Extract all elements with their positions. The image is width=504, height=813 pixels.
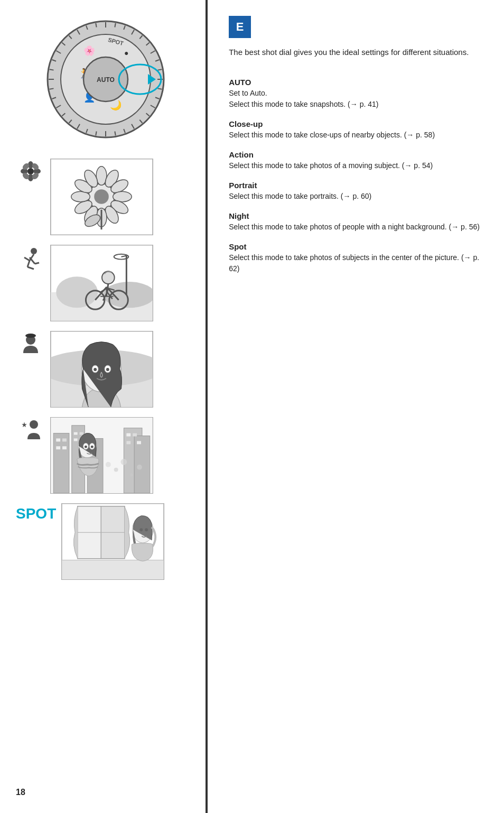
svg-rect-119 xyxy=(56,438,60,441)
spot-desc: Select this mode to take photos of subje… xyxy=(229,252,488,274)
spot-label: SPOT xyxy=(16,503,56,522)
closeup-desc: Select this mode to take close-ups of ne… xyxy=(229,130,488,141)
svg-rect-120 xyxy=(62,438,67,441)
svg-marker-111 xyxy=(22,422,27,427)
svg-point-47 xyxy=(27,168,34,174)
portrait-icon xyxy=(16,331,45,354)
svg-point-93 xyxy=(102,271,115,284)
svg-rect-125 xyxy=(74,438,78,441)
action-title: Action xyxy=(229,150,488,159)
portrait-title: Portrait xyxy=(229,181,488,190)
svg-rect-127 xyxy=(133,433,137,437)
closeup-image xyxy=(50,159,153,235)
svg-rect-121 xyxy=(56,446,60,449)
svg-line-36 xyxy=(96,23,96,27)
svg-rect-123 xyxy=(74,432,78,435)
svg-line-20 xyxy=(96,131,96,135)
svg-rect-126 xyxy=(126,433,130,437)
svg-point-149 xyxy=(140,528,143,531)
svg-line-9 xyxy=(157,69,162,70)
svg-point-138 xyxy=(85,446,87,448)
spot-mode-row: SPOT xyxy=(16,503,195,580)
svg-line-76 xyxy=(27,261,30,267)
night-image xyxy=(50,417,153,494)
closeup-mode-row xyxy=(16,159,195,235)
action-icon xyxy=(16,245,45,270)
svg-line-77 xyxy=(27,267,34,269)
night-icon xyxy=(16,417,45,440)
svg-line-2 xyxy=(115,23,115,27)
svg-point-131 xyxy=(114,468,118,472)
svg-point-108 xyxy=(94,368,97,371)
svg-line-75 xyxy=(24,257,30,261)
svg-point-109 xyxy=(106,368,109,371)
svg-line-18 xyxy=(115,131,115,135)
svg-point-133 xyxy=(130,474,133,477)
spot-title: Spot xyxy=(229,242,488,251)
svg-rect-118 xyxy=(134,436,150,493)
svg-text:🌸: 🌸 xyxy=(83,45,96,57)
svg-point-110 xyxy=(30,420,38,429)
svg-rect-128 xyxy=(126,441,130,444)
svg-rect-114 xyxy=(53,433,69,493)
mode-dial: SPOT 🌸 🏃 👤 🌙 ● AUTO xyxy=(42,16,169,143)
svg-point-134 xyxy=(137,465,142,470)
svg-point-130 xyxy=(106,462,111,467)
closeup-icon xyxy=(16,159,45,182)
svg-point-132 xyxy=(120,459,127,465)
svg-rect-146 xyxy=(62,560,164,579)
svg-line-79 xyxy=(35,263,39,264)
portrait-desc: Select this mode to take portraits. (→ p… xyxy=(229,191,488,202)
portrait-mode-row xyxy=(16,331,195,408)
svg-line-11 xyxy=(157,88,162,89)
page-number: 18 xyxy=(16,788,25,797)
spot-image xyxy=(61,503,164,580)
closeup-title: Close-up xyxy=(229,119,488,128)
svg-text:●: ● xyxy=(124,49,128,57)
svg-rect-122 xyxy=(62,446,67,449)
dial-section: SPOT 🌸 🏃 👤 🌙 ● AUTO xyxy=(16,16,195,143)
svg-point-73 xyxy=(31,248,37,254)
auto-desc: Set to Auto.Select this mode to take sna… xyxy=(229,88,488,110)
intro-text: The best shot dial gives you the ideal s… xyxy=(229,47,488,59)
portrait-image xyxy=(50,331,153,408)
svg-rect-129 xyxy=(137,441,141,444)
svg-rect-124 xyxy=(80,432,83,435)
svg-point-100 xyxy=(25,334,36,338)
svg-line-27 xyxy=(49,88,53,89)
action-mode-row xyxy=(16,245,195,321)
svg-point-139 xyxy=(91,446,94,448)
svg-point-58 xyxy=(94,189,109,204)
action-image xyxy=(50,245,153,321)
action-desc: Select this mode to take photos of a mov… xyxy=(229,160,488,171)
right-panel: E The best shot dial gives you the ideal… xyxy=(207,0,504,813)
dial-svg: SPOT 🌸 🏃 👤 🌙 ● AUTO xyxy=(42,16,169,143)
e-badge: E xyxy=(229,16,251,38)
svg-point-150 xyxy=(145,528,148,531)
night-title: Night xyxy=(229,211,488,220)
svg-line-29 xyxy=(49,69,53,70)
night-mode-row xyxy=(16,417,195,494)
night-desc: Select this mode to take photos of peopl… xyxy=(229,221,488,233)
left-panel: SPOT 🌸 🏃 👤 🌙 ● AUTO xyxy=(0,0,206,813)
auto-title: AUTO xyxy=(229,78,488,87)
dial-center-label: AUTO xyxy=(97,76,115,84)
